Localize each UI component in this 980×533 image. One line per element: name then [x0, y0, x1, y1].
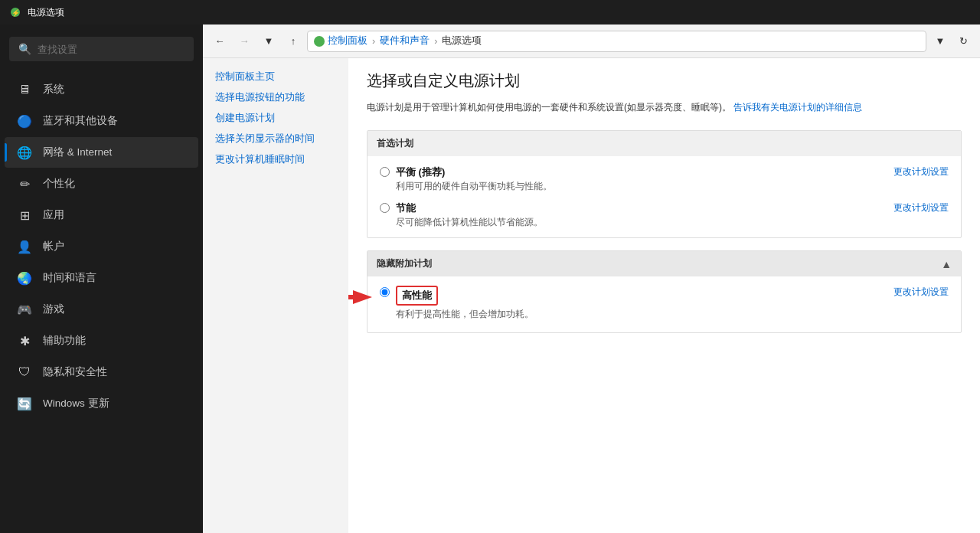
preferred-plans-body: 平衡 (推荐) 利用可用的硬件自动平衡功耗与性能。 更改计划设置	[368, 156, 961, 237]
cp-sidebar-link-0[interactable]: 控制面板主页	[215, 70, 348, 83]
cp-sidebar-link-3[interactable]: 选择关闭显示器的时间	[215, 132, 348, 146]
plan-high-perf-desc: 有利于提高性能，但会增加功耗。	[396, 309, 878, 320]
sidebar-item-label-personalization: 个性化	[43, 177, 75, 191]
refresh-button[interactable]: ↻	[952, 31, 974, 52]
sidebar-item-label-time: 时间和语言	[43, 271, 96, 285]
plan-balanced-info: 平衡 (推荐) 利用可用的硬件自动平衡功耗与性能。	[396, 165, 878, 192]
system-icon: 🖥	[17, 82, 32, 97]
preferred-plans-label: 首选计划	[377, 137, 413, 150]
plan-high-perf-change-link[interactable]: 更改计划设置	[878, 286, 949, 299]
svg-marker-3	[348, 290, 372, 304]
path-power: 电源选项	[442, 34, 482, 47]
sidebar-item-label-windows-update: Windows 更新	[43, 397, 109, 410]
sidebar-item-apps[interactable]: ⊞应用	[5, 200, 198, 231]
red-arrow	[348, 289, 372, 306]
privacy-icon: 🛡	[17, 365, 32, 380]
content-area: ← → ▼ ↑ 控制面板 › 硬件和声音 › 电源选项 ▼ ↻	[203, 25, 980, 533]
address-bar: ← → ▼ ↑ 控制面板 › 硬件和声音 › 电源选项 ▼ ↻	[203, 25, 980, 58]
cp-main-title: 选择或自定义电源计划	[367, 70, 962, 91]
title-bar-title: 电源选项	[28, 6, 64, 19]
nav-items-list: 🖥系统🔵蓝牙和其他设备🌐网络 & Internet✏个性化⊞应用👤帐户🌏时间和语…	[0, 74, 203, 420]
sidebar-item-accounts[interactable]: 👤帐户	[5, 231, 198, 262]
plan-balanced-label: 平衡 (推荐)	[396, 165, 878, 179]
sidebar-item-system[interactable]: 🖥系统	[5, 74, 198, 105]
sidebar-item-label-gaming: 游戏	[43, 302, 64, 316]
plan-power-saver-change-link[interactable]: 更改计划设置	[878, 201, 949, 214]
preferred-plans-group: 首选计划 平衡 (推荐) 利用可用的硬件自动平衡功耗与性能。 更改	[367, 130, 962, 238]
hidden-plans-header[interactable]: 隐藏附加计划 ▲	[368, 251, 961, 276]
sidebar-item-bluetooth[interactable]: 🔵蓝牙和其他设备	[5, 106, 198, 136]
cp-sidebar-link-2[interactable]: 创建电源计划	[215, 112, 348, 125]
title-bar: ⚡ 电源选项	[0, 0, 980, 25]
cp-sidebar: 控制面板主页选择电源按钮的功能创建电源计划选择关闭显示器的时间更改计算机睡眠时间	[203, 58, 348, 533]
sidebar-item-network[interactable]: 🌐网络 & Internet	[5, 137, 198, 168]
sidebar-item-accessibility[interactable]: ✱辅助功能	[5, 325, 198, 356]
cp-body: 控制面板主页选择电源按钮的功能创建电源计划选择关闭显示器的时间更改计算机睡眠时间…	[203, 58, 980, 533]
sep1: ›	[372, 36, 375, 47]
cp-main: 选择或自定义电源计划 电源计划是用于管理计算机如何使用电源的一套硬件和系统设置(…	[348, 58, 980, 533]
up-button[interactable]: ↑	[283, 31, 304, 52]
forward-button[interactable]: →	[234, 31, 255, 52]
path-hardware: 硬件和声音	[380, 34, 430, 47]
plan-power-saver-label: 节能	[396, 201, 878, 215]
main-layout: 🔍 🖥系统🔵蓝牙和其他设备🌐网络 & Internet✏个性化⊞应用👤帐户🌏时间…	[0, 25, 980, 533]
highlight-box: 高性能	[396, 286, 438, 306]
svg-text:⚡: ⚡	[11, 8, 21, 18]
back-button[interactable]: ←	[209, 31, 230, 52]
plan-high-perf-info: 高性能 有利于提高性能，但会增加功耗。	[396, 286, 878, 320]
cp-desc-link[interactable]: 告诉我有关电源计划的详细信息	[733, 102, 862, 113]
apps-icon: ⊞	[17, 208, 32, 223]
dropdown-button[interactable]: ▼	[258, 31, 279, 52]
hidden-plans-body: 高性能 有利于提高性能，但会增加功耗。 更改计划设置	[368, 276, 961, 332]
title-bar-icon: ⚡	[9, 6, 21, 18]
network-icon: 🌐	[17, 145, 32, 160]
search-box[interactable]: 🔍	[9, 37, 194, 61]
address-right-buttons: ▼ ↻	[929, 31, 974, 52]
dropdown-right-button[interactable]: ▼	[929, 31, 951, 52]
sidebar-item-label-apps: 应用	[43, 208, 64, 222]
time-icon: 🌏	[17, 270, 32, 286]
cp-desc-text: 电源计划是用于管理计算机如何使用电源的一套硬件和系统设置(如显示器亮度、睡眠等)…	[367, 102, 731, 113]
address-path: 控制面板 › 硬件和声音 › 电源选项	[307, 31, 926, 52]
sidebar-item-privacy[interactable]: 🛡隐私和安全性	[5, 357, 198, 387]
plan-balanced: 平衡 (推荐) 利用可用的硬件自动平衡功耗与性能。 更改计划设置	[380, 165, 949, 192]
sidebar-item-label-system: 系统	[43, 83, 64, 96]
gaming-icon: 🎮	[17, 302, 32, 317]
plan-high-perf-label: 高性能	[402, 289, 432, 302]
sidebar-item-label-accounts: 帐户	[43, 240, 64, 253]
hidden-plans-group: 隐藏附加计划 ▲	[367, 250, 962, 333]
hidden-plans-label: 隐藏附加计划	[377, 257, 432, 270]
sidebar-item-label-network: 网络 & Internet	[43, 146, 112, 159]
plan-power-saver-radio[interactable]	[380, 203, 390, 213]
accessibility-icon: ✱	[17, 333, 32, 348]
sidebar-item-time[interactable]: 🌏时间和语言	[5, 263, 198, 293]
sidebar-item-windows-update[interactable]: 🔄Windows 更新	[5, 388, 198, 419]
sep2: ›	[434, 36, 437, 47]
svg-point-2	[316, 38, 322, 44]
cp-sidebar-link-1[interactable]: 选择电源按钮的功能	[215, 91, 348, 104]
plan-power-saver: 节能 尽可能降低计算机性能以节省能源。 更改计划设置	[380, 201, 949, 228]
cp-sidebar-link-4[interactable]: 更改计算机睡眠时间	[215, 153, 348, 166]
cp-icon	[314, 36, 325, 47]
sidebar-item-personalization[interactable]: ✏个性化	[5, 168, 198, 199]
chevron-up-icon: ▲	[941, 259, 952, 270]
search-icon: 🔍	[18, 43, 31, 55]
sidebar-item-label-accessibility: 辅助功能	[43, 334, 86, 348]
plan-high-perf-radio[interactable]	[380, 287, 390, 297]
sidebar-item-gaming[interactable]: 🎮游戏	[5, 294, 198, 325]
plan-balanced-radio[interactable]	[380, 167, 390, 177]
personalization-icon: ✏	[17, 176, 32, 191]
cp-sidebar-links: 控制面板主页选择电源按钮的功能创建电源计划选择关闭显示器的时间更改计算机睡眠时间	[215, 70, 348, 166]
cp-description: 电源计划是用于管理计算机如何使用电源的一套硬件和系统设置(如显示器亮度、睡眠等)…	[367, 100, 903, 115]
windows-update-icon: 🔄	[17, 396, 32, 411]
sidebar-item-label-bluetooth: 蓝牙和其他设备	[43, 114, 118, 128]
accounts-icon: 👤	[17, 239, 32, 254]
preferred-plans-header: 首选计划	[368, 131, 961, 156]
plan-balanced-change-link[interactable]: 更改计划设置	[878, 165, 949, 178]
sidebar-item-label-privacy: 隐私和安全性	[43, 365, 107, 379]
plan-power-saver-info: 节能 尽可能降低计算机性能以节省能源。	[396, 201, 878, 228]
bluetooth-icon: 🔵	[17, 113, 32, 129]
path-cp: 控制面板	[328, 34, 368, 47]
plan-power-saver-desc: 尽可能降低计算机性能以节省能源。	[396, 217, 878, 228]
search-input[interactable]	[38, 44, 185, 55]
